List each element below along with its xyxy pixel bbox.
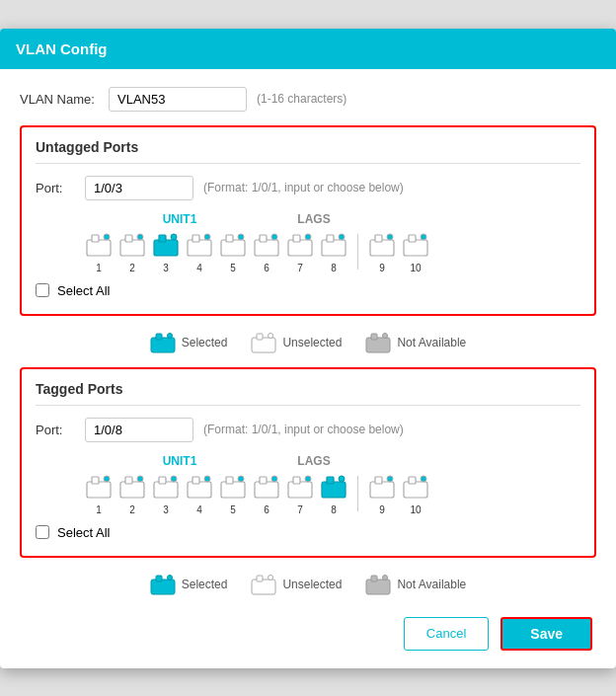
svg-rect-63 [370, 482, 394, 498]
svg-rect-16 [260, 235, 267, 242]
svg-point-41 [104, 476, 110, 482]
svg-rect-70 [156, 576, 162, 581]
legend1-selected-label: Selected [182, 336, 228, 349]
svg-rect-36 [366, 338, 390, 352]
port-icon-4[interactable]: 4 [186, 472, 213, 515]
cancel-button[interactable]: Cancel [404, 617, 489, 651]
vlan-config-dialog: VLAN Config VLAN Name: (1-16 characters)… [0, 29, 616, 668]
svg-rect-60 [322, 482, 346, 498]
svg-rect-39 [87, 482, 111, 498]
svg-point-44 [137, 476, 143, 482]
legend2-selected-icon [150, 572, 176, 597]
svg-rect-48 [188, 482, 211, 498]
legend2-unselected: Unselected [251, 572, 342, 597]
legend1-unselected: Unselected [251, 330, 342, 355]
svg-rect-15 [255, 240, 278, 256]
tagged-section-title: Tagged Ports [36, 381, 580, 406]
svg-rect-67 [409, 477, 416, 484]
vlan-name-input[interactable] [109, 87, 247, 112]
tagged-port-hint: (Format: 1/0/1, input or choose below) [203, 423, 404, 436]
port-icon-3[interactable]: 3 [152, 230, 180, 273]
legend1-selected: Selected [150, 330, 228, 355]
lag-icon-9[interactable]: 9 [368, 230, 396, 273]
legend2-selected-label: Selected [182, 578, 228, 591]
port-separator [357, 234, 358, 270]
tagged-group-labels: UNIT1 LAGS [85, 454, 580, 468]
svg-rect-30 [151, 338, 175, 352]
tagged-select-all-checkbox[interactable] [36, 525, 49, 539]
port-icon-5[interactable]: 5 [219, 230, 247, 273]
svg-rect-0 [87, 240, 111, 256]
legend2-unselected-icon [251, 572, 276, 597]
port-icon-3[interactable]: 3 [152, 472, 180, 515]
svg-point-5 [137, 234, 143, 240]
svg-rect-27 [404, 240, 427, 256]
svg-point-35 [269, 333, 273, 338]
lag-icon-9[interactable]: 9 [368, 472, 396, 515]
port-icon-1[interactable]: 1 [85, 472, 113, 515]
untagged-select-all-row: Select All [36, 283, 580, 298]
legend2-unavailable: Not Available [365, 572, 466, 597]
svg-rect-4 [125, 235, 132, 242]
untagged-port-label: Port: [36, 181, 85, 195]
svg-point-53 [238, 476, 244, 482]
svg-rect-58 [293, 477, 300, 484]
svg-rect-55 [260, 477, 267, 484]
save-button[interactable]: Save [500, 617, 592, 651]
svg-rect-21 [322, 240, 346, 256]
svg-rect-33 [252, 338, 275, 352]
svg-point-47 [171, 476, 177, 482]
svg-rect-19 [293, 235, 300, 242]
svg-point-71 [167, 575, 172, 580]
svg-rect-51 [221, 482, 245, 498]
legend2-row: Selected Unselected Not Available [20, 572, 596, 597]
svg-rect-34 [257, 334, 263, 340]
tagged-port-input[interactable] [85, 418, 193, 442]
untagged-port-input[interactable] [85, 176, 193, 200]
untagged-select-all-checkbox[interactable] [36, 283, 49, 297]
port-icon-4[interactable]: 4 [186, 230, 213, 273]
legend1-unselected-icon [251, 330, 276, 355]
port-icon-1[interactable]: 1 [85, 230, 113, 273]
port-icon-6[interactable]: 6 [253, 230, 280, 273]
footer-buttons: Cancel Save [20, 609, 596, 655]
svg-rect-73 [257, 576, 263, 581]
port-icon-7[interactable]: 7 [286, 230, 314, 273]
untagged-lags-label: LAGS [274, 212, 353, 226]
tagged-unit-label: UNIT1 [85, 454, 274, 468]
svg-point-17 [271, 234, 277, 240]
svg-point-56 [271, 476, 277, 482]
svg-point-8 [171, 234, 177, 240]
port-icon-8[interactable]: 8 [320, 472, 347, 515]
svg-rect-76 [371, 576, 377, 581]
dialog-header: VLAN Config [0, 29, 616, 69]
port-icon-5[interactable]: 5 [219, 472, 247, 515]
svg-rect-24 [370, 240, 394, 256]
port-icon-2[interactable]: 2 [118, 472, 146, 515]
lag-icon-10[interactable]: 10 [402, 230, 429, 273]
svg-rect-10 [192, 235, 199, 242]
svg-rect-31 [156, 334, 162, 340]
tagged-port-icons: 1 2 3 4 5 6 7 8 [85, 472, 580, 515]
tagged-port-label: Port: [36, 423, 85, 437]
svg-rect-57 [288, 482, 312, 498]
port-icon-2[interactable]: 2 [118, 230, 146, 273]
svg-rect-25 [375, 235, 382, 242]
svg-rect-7 [159, 235, 166, 242]
svg-rect-42 [120, 482, 144, 498]
svg-point-20 [305, 234, 311, 240]
port-icon-8[interactable]: 8 [320, 230, 347, 273]
svg-point-32 [167, 333, 172, 338]
port-icon-6[interactable]: 6 [253, 472, 280, 515]
svg-rect-75 [366, 580, 390, 594]
lag-icon-10[interactable]: 10 [402, 472, 429, 515]
untagged-group-labels: UNIT1 LAGS [85, 212, 580, 226]
legend2-unavailable-label: Not Available [397, 578, 466, 591]
untagged-port-hint: (Format: 1/0/1, input or choose below) [203, 181, 404, 194]
svg-point-38 [383, 333, 388, 338]
port-icon-7[interactable]: 7 [286, 472, 314, 515]
svg-point-50 [204, 476, 210, 482]
port-separator [357, 476, 358, 511]
svg-rect-28 [409, 235, 416, 242]
svg-rect-43 [125, 477, 132, 484]
